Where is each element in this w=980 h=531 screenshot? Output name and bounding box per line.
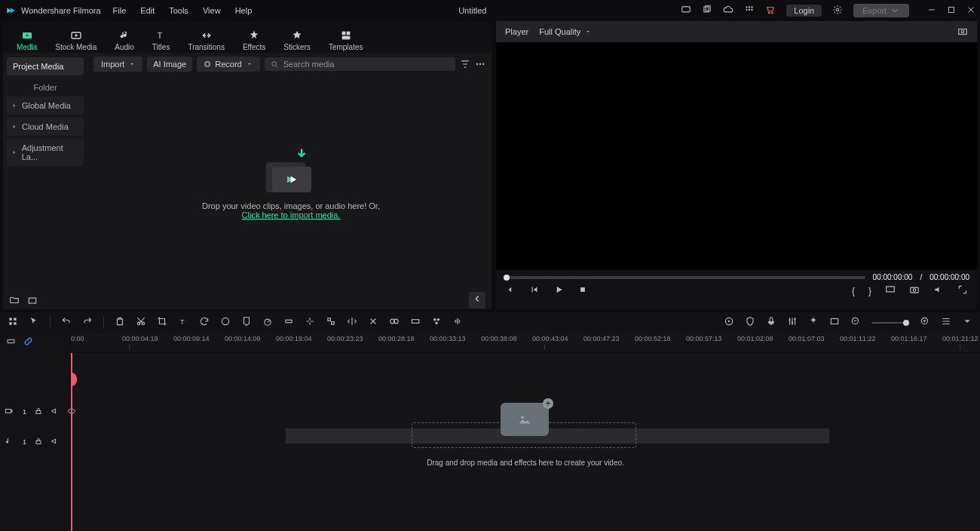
apps-icon[interactable] xyxy=(744,5,755,17)
snapshot-icon[interactable] xyxy=(957,26,968,37)
window-close-icon[interactable] xyxy=(966,5,975,16)
tool-b-icon[interactable] xyxy=(305,316,315,330)
ai-image-button[interactable]: AI Image xyxy=(147,57,192,72)
rotate-icon[interactable] xyxy=(199,316,210,330)
mark-in-icon[interactable]: { xyxy=(852,286,855,296)
redo-icon[interactable] xyxy=(82,316,93,330)
zoom-out-icon[interactable] xyxy=(850,316,861,330)
track-mute-icon[interactable] xyxy=(51,405,60,419)
add-media-plus-icon[interactable]: + xyxy=(543,398,553,409)
ai-tools-icon[interactable] xyxy=(808,316,819,330)
mark-out-icon[interactable]: } xyxy=(868,286,871,296)
sidebar-folder[interactable]: Folder xyxy=(7,78,84,97)
track-lock-icon[interactable] xyxy=(34,405,43,419)
text-tool-icon[interactable]: T xyxy=(178,316,188,330)
cut-icon[interactable] xyxy=(136,316,146,330)
window-maximize-icon[interactable] xyxy=(947,5,956,16)
play-button[interactable] xyxy=(553,284,564,297)
login-button[interactable]: Login xyxy=(786,5,822,17)
tool-f-icon[interactable] xyxy=(389,316,400,330)
aspect-icon[interactable] xyxy=(829,316,840,330)
ruler-stamp: 00:00:14:09 xyxy=(225,335,261,342)
preview-progress[interactable] xyxy=(504,276,865,279)
tool-g-icon[interactable] xyxy=(410,316,421,330)
color-icon[interactable] xyxy=(220,316,231,330)
preview-screen[interactable] xyxy=(496,42,977,270)
mixer-icon[interactable] xyxy=(787,316,798,330)
audio-wave-icon[interactable] xyxy=(452,316,463,330)
zoom-slider[interactable] xyxy=(871,322,909,324)
cart-icon[interactable] xyxy=(765,5,776,17)
display-settings-icon[interactable] xyxy=(885,284,896,297)
media-drop-zone[interactable]: Drop your video clips, images, or audio … xyxy=(90,75,492,291)
delete-icon[interactable] xyxy=(115,316,125,330)
tab-stickers[interactable]: Stickers xyxy=(283,29,311,53)
shield-icon[interactable] xyxy=(745,316,755,330)
tool-a-icon[interactable] xyxy=(283,316,294,330)
tab-templates[interactable]: Templates xyxy=(329,29,363,53)
settings-gear-icon[interactable] xyxy=(832,5,843,17)
copy-icon[interactable] xyxy=(702,5,712,17)
select-tool-icon[interactable] xyxy=(29,316,39,330)
sidebar-cloud-media[interactable]: Cloud Media xyxy=(7,118,84,136)
media-search-input[interactable]: Search media xyxy=(265,57,455,71)
tool-h-icon[interactable] xyxy=(431,316,442,330)
crop-icon[interactable] xyxy=(157,316,167,330)
timeline-hint: Drag and drop media and effects here to … xyxy=(71,459,980,467)
tool-d-icon[interactable] xyxy=(347,316,357,330)
link-icon[interactable] xyxy=(23,336,33,349)
menu-view[interactable]: View xyxy=(203,6,221,15)
audio-lock-icon[interactable] xyxy=(34,435,43,449)
import-button[interactable]: Import xyxy=(93,57,142,72)
tab-transitions[interactable]: Transitions xyxy=(188,29,225,53)
svg-point-42 xyxy=(265,319,271,325)
marker-icon[interactable] xyxy=(241,316,252,330)
cloud-icon[interactable] xyxy=(723,5,733,17)
tool-c-icon[interactable] xyxy=(326,316,336,330)
export-button[interactable]: Export xyxy=(853,4,909,17)
tab-stock-media[interactable]: Stock Media xyxy=(55,29,96,53)
new-bin-icon[interactable] xyxy=(27,295,38,305)
quality-select[interactable]: Full Quality xyxy=(539,27,591,36)
mic-icon[interactable] xyxy=(766,316,776,330)
tab-titles[interactable]: TTitles xyxy=(152,29,170,53)
menu-file[interactable]: File xyxy=(113,6,127,15)
track-add-icon[interactable] xyxy=(6,336,16,349)
timeline-ruler[interactable]: 0:0000:00:04:1900:00:09:1400:00:14:0900:… xyxy=(71,333,980,353)
tab-effects[interactable]: Effects xyxy=(243,29,265,53)
timeline-body[interactable]: 0:0000:00:04:1900:00:09:1400:00:14:0900:… xyxy=(71,333,980,531)
render-icon[interactable] xyxy=(724,316,734,330)
more-icon[interactable] xyxy=(475,59,485,69)
step-back-button[interactable] xyxy=(529,284,540,297)
stop-button[interactable] xyxy=(577,284,588,297)
record-button[interactable]: Record xyxy=(197,57,259,72)
menu-tools[interactable]: Tools xyxy=(169,6,188,15)
fullscreen-icon[interactable] xyxy=(957,284,968,297)
filter-icon[interactable] xyxy=(460,59,470,69)
audio-mute-icon[interactable] xyxy=(51,435,60,449)
camera-icon[interactable] xyxy=(909,284,920,297)
list-view-icon[interactable] xyxy=(941,316,951,330)
tool-e-icon[interactable] xyxy=(368,316,378,330)
zoom-in-icon[interactable] xyxy=(920,316,930,330)
sidebar-global-media[interactable]: Global Media xyxy=(7,97,84,115)
menu-help[interactable]: Help xyxy=(235,6,253,15)
tab-media[interactable]: Media xyxy=(17,29,37,53)
undo-icon[interactable] xyxy=(61,316,72,330)
tab-audio[interactable]: Audio xyxy=(115,29,134,53)
timeline-settings-icon[interactable] xyxy=(962,316,972,330)
prev-frame-button[interactable] xyxy=(505,284,516,297)
menu-edit[interactable]: Edit xyxy=(140,6,155,15)
sidebar-project-media[interactable]: Project Media xyxy=(7,57,84,75)
magnet-icon[interactable] xyxy=(8,316,18,330)
volume-icon[interactable] xyxy=(933,284,944,297)
speed-icon[interactable] xyxy=(262,316,273,330)
collapse-sidebar-button[interactable] xyxy=(469,292,485,308)
display-icon[interactable] xyxy=(681,5,691,17)
import-media-link[interactable]: Click here to import media. xyxy=(242,210,341,219)
new-folder-icon[interactable] xyxy=(9,295,20,305)
playhead[interactable] xyxy=(71,353,72,531)
sidebar-adjustment-layer[interactable]: Adjustment La... xyxy=(7,139,84,166)
media-placeholder-icon[interactable]: + xyxy=(501,403,549,436)
window-minimize-icon[interactable] xyxy=(927,5,936,16)
